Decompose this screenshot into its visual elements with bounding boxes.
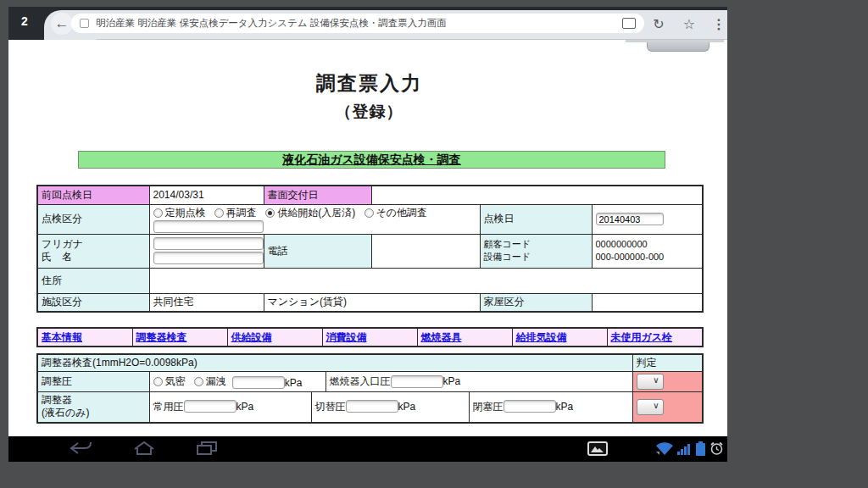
nav-cell: 未使用ガス栓 xyxy=(607,328,703,347)
kebab-menu-icon: ⋮ xyxy=(712,16,726,32)
reload-button[interactable]: ↻ xyxy=(648,14,669,34)
radio-reinspection[interactable]: 再調査 xyxy=(214,206,257,220)
name-label-cell: フリガナ 氏 名 xyxy=(37,234,149,268)
inspection-date-input[interactable] xyxy=(596,213,664,225)
link-combustion-appliance[interactable]: 燃焼器具 xyxy=(421,331,462,343)
facility-label: 施設区分 xyxy=(37,293,149,312)
category-options-cell: 定期点検 再調査 供給開始(入居済) その他調査 xyxy=(149,204,480,234)
regulating-pressure-label: 調整圧 xyxy=(37,372,149,392)
prev-date-value: 2014/03/31 xyxy=(149,186,264,204)
radio-periodic-inspection[interactable]: 定期点検 xyxy=(153,206,206,220)
regulator-label-cell: 調整器 (液石のみ) xyxy=(37,392,149,423)
normal-pressure-input[interactable] xyxy=(184,400,236,413)
page-heading: 調査票入力 （登録） xyxy=(36,70,702,123)
page-title: 調査票入力 xyxy=(36,70,702,97)
table-row: 点検区分 定期点検 再調査 供給開始(入居済) その他調査 点検日 xyxy=(37,204,703,234)
normal-pressure-label: 常用圧 xyxy=(153,401,184,413)
codes-value-cell: 0000000000 000-000000-000 xyxy=(592,234,703,268)
link-consumer-equipment[interactable]: 消費設備 xyxy=(326,331,367,343)
burner-inlet-label: 燃焼器入口圧 xyxy=(330,375,391,387)
android-recents-button[interactable] xyxy=(193,441,222,458)
radio-icon xyxy=(364,208,374,218)
building-value: マンション(賃貸) xyxy=(264,293,480,312)
table-row: 調整器 (液石のみ) 常用圧kPa 切替圧kPa 閉塞圧kPa ∨ xyxy=(37,392,703,423)
radio-selected-icon xyxy=(265,208,275,218)
regulator-table: 調整器検査(1mmH2O=0.0098kPa) 判定 調整圧 気密 漏洩kPa … xyxy=(36,353,704,424)
table-row: 基本情報 調整器検査 供給設備 消費設備 燃焼器具 給排気設備 未使用ガス栓 xyxy=(37,328,703,347)
nav-cell: 調整器検査 xyxy=(132,328,227,347)
page-subtitle: （登録） xyxy=(36,101,702,123)
radio-other-survey[interactable]: その他調査 xyxy=(364,206,428,220)
address-label: 住所 xyxy=(37,268,149,293)
radio-leak[interactable]: 漏洩 xyxy=(194,374,226,389)
inspection-date-cell xyxy=(592,204,703,234)
back-arrow-icon: ← xyxy=(55,15,70,32)
browser-menu-button[interactable]: ⋮ xyxy=(709,14,729,34)
lockup-pressure-cell: 閉塞圧kPa xyxy=(469,392,632,423)
site-info-icon[interactable] xyxy=(80,19,89,28)
link-basic-info[interactable]: 基本情報 xyxy=(42,331,82,343)
reader-card-icon[interactable] xyxy=(622,18,636,29)
switch-pressure-cell: 切替圧kPa xyxy=(311,392,469,423)
basic-info-table: 前回点検日 2014/03/31 書面交付日 点検区分 定期点検 再調査 供給開… xyxy=(36,185,704,313)
table-row: 前回点検日 2014/03/31 書面交付日 xyxy=(37,186,703,204)
name-inputs-cell xyxy=(149,234,264,268)
web-page: 調査票入力 （登録） 液化石油ガス設備保安点検・調査 前回点検日 2014/03… xyxy=(8,40,727,436)
tab-count-badge[interactable]: 2 xyxy=(21,14,28,28)
omnibox-title: 明治産業 明治産業 保安点検データ入力システム 設備保安点検・調査票入力画面 xyxy=(96,17,615,30)
switch-pressure-label: 切替圧 xyxy=(315,401,346,413)
category-other-input[interactable] xyxy=(153,220,264,233)
judgement-select-2[interactable]: ∨ xyxy=(637,399,664,415)
radio-icon xyxy=(214,208,224,218)
equipment-code-value: 000-000000-000 xyxy=(596,252,665,262)
tablet-screen: 2 ← 明治産業 明治産業 保安点検データ入力システム 設備保安点検・調査票入力… xyxy=(8,7,727,462)
switch-pressure-input[interactable] xyxy=(346,400,398,413)
android-home-button[interactable] xyxy=(130,441,159,458)
normal-pressure-cell: 常用圧kPa xyxy=(149,392,311,423)
name-input[interactable] xyxy=(153,252,264,264)
judgement-header: 判定 xyxy=(632,354,703,372)
regulator-header: 調整器検査(1mmH2O=0.0098kPa) xyxy=(37,354,632,372)
radio-supply-start[interactable]: 供給開始(入居済) xyxy=(265,206,355,220)
leak-pressure-input[interactable] xyxy=(232,376,285,389)
judgement-select[interactable]: ∨ xyxy=(637,374,664,390)
link-supply-equipment[interactable]: 供給設備 xyxy=(231,331,272,343)
doc-date-label: 書面交付日 xyxy=(264,186,371,204)
android-back-button[interactable] xyxy=(66,441,95,458)
table-row: 調整圧 気密 漏洩kPa 燃焼器入口圧kPa ∨ xyxy=(37,372,703,392)
kpa-unit: kPa xyxy=(443,375,461,387)
regulator-sublabel: (液石のみ) xyxy=(42,407,90,419)
phone-value-cell xyxy=(371,234,480,268)
airtight-leak-cell: 気密 漏洩kPa xyxy=(149,372,326,392)
section-links-table: 基本情報 調整器検査 供給設備 消費設備 燃焼器具 給排気設備 未使用ガス栓 xyxy=(36,327,704,347)
tab-strip xyxy=(8,7,727,10)
facility-value: 共同住宅 xyxy=(149,293,264,312)
lockup-pressure-input[interactable] xyxy=(504,400,556,413)
equipment-code-label: 設備コード xyxy=(484,252,531,262)
browser-back-button[interactable]: ← xyxy=(51,13,73,35)
section-banner: 液化石油ガス設備保安点検・調査 xyxy=(78,151,665,169)
furigana-label: フリガナ xyxy=(42,238,83,250)
recents-icon xyxy=(196,441,220,456)
radio-airtight[interactable]: 気密 xyxy=(153,374,186,389)
nav-cell: 燃焼器具 xyxy=(417,328,512,347)
scrolled-button-remnant[interactable] xyxy=(647,42,709,52)
kpa-unit: kPa xyxy=(556,401,574,413)
omnibox[interactable]: 明治産業 明治産業 保安点検データ入力システム 設備保安点検・調査票入力画面 xyxy=(71,14,644,33)
burner-inlet-input[interactable] xyxy=(391,375,443,388)
signal-status-icon xyxy=(677,441,693,459)
link-regulator-check[interactable]: 調整器検査 xyxy=(136,331,187,343)
radio-icon xyxy=(194,377,203,386)
bookmark-button[interactable]: ☆ xyxy=(679,14,699,34)
house-label: 家屋区分 xyxy=(480,293,592,312)
link-ventilation-equipment[interactable]: 給排気設備 xyxy=(516,331,567,343)
table-row: 住所 xyxy=(37,268,703,293)
customer-code-label: 顧客コード xyxy=(484,239,531,249)
name-label: 氏 名 xyxy=(42,251,72,263)
screenshot-notification-icon[interactable] xyxy=(587,441,608,459)
star-icon: ☆ xyxy=(683,16,695,32)
furigana-input[interactable] xyxy=(153,237,264,250)
link-unused-gas-tap[interactable]: 未使用ガス栓 xyxy=(611,331,673,343)
burner-inlet-cell: 燃焼器入口圧kPa xyxy=(326,372,632,392)
wifi-status-icon xyxy=(655,441,674,459)
